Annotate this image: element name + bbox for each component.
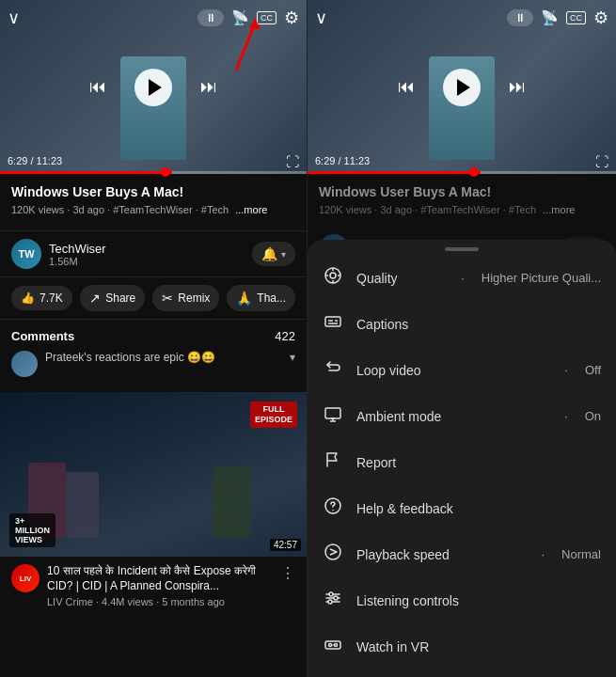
left-rec-badge: FULLEPISODE [250,401,297,428]
left-skip-forward-icon[interactable]: ⏭ [200,77,217,97]
right-pause-button[interactable]: ⏸ [507,9,533,26]
left-thanks-label: Tha... [257,291,286,305]
left-rec-video-text: 10 साल पहले के Incident को कैसे Expose क… [47,564,273,607]
left-comment-text: Prateek's reactions are epic 😀😀 [45,351,282,364]
left-settings-icon[interactable]: ⚙ [284,8,299,28]
right-chevron-down-icon[interactable]: ∨ [315,8,327,28]
left-fullscreen-icon[interactable]: ⛶ [286,154,299,169]
left-video-title: Windows User Buys A Mac! [11,183,295,200]
svg-point-24 [328,600,332,604]
left-share-button[interactable]: ↗ Share [80,285,145,311]
left-comments-header: Comments 422 [11,329,295,343]
left-subscribe-bell[interactable]: 🔔 ▾ [252,242,295,266]
left-bell-icon: 🔔 [261,246,277,261]
svg-point-22 [329,592,333,596]
right-more-link[interactable]: ...more [543,204,575,215]
settings-listening-icon [323,589,343,612]
left-channel-avatar: TW [11,239,41,269]
settings-loop-dot: · [564,363,568,377]
left-share-icon: ↗ [89,291,101,306]
settings-vr-label: Watch in VR [356,639,601,654]
left-rec-video-title: 10 साल पहले के Incident को कैसे Expose क… [47,564,273,593]
left-rec-thumb[interactable]: FULLEPISODE 3+MILLIONVIEWS 42:57 [0,392,307,557]
left-chevron-down-icon[interactable]: ∨ [8,8,20,28]
svg-rect-12 [325,408,340,418]
left-thanks-button[interactable]: 🙏 Tha... [227,285,295,311]
settings-item-ambient[interactable]: Ambient mode · On [308,393,616,439]
left-like-button[interactable]: 👍 7.7K [11,286,72,310]
left-progress-area[interactable] [0,171,307,174]
settings-captions-label: Captions [356,317,601,332]
settings-loop-label: Loop video [356,363,551,378]
svg-point-17 [332,510,334,512]
right-play-button[interactable] [443,69,481,106]
left-panel: ∨ ⏸ 📡 CC ⚙ ⏮ ⏭ 6: [0,0,308,677]
left-video-info: Windows User Buys A Mac! 120K views · 3d… [0,174,307,231]
settings-playback-dot: · [541,547,545,561]
left-rec-views-badge: 3+MILLIONVIEWS [9,513,55,547]
right-controls-bar: ⏮ ⏭ [308,69,616,106]
left-rec-duration: 42:57 [270,539,301,551]
left-time-display: 6:29 / 11:23 [8,155,62,166]
settings-item-vr[interactable]: Watch in VR [308,623,616,669]
settings-quality-dot: · [461,271,465,285]
left-more-link[interactable]: ...more [235,204,267,215]
settings-item-captions[interactable]: Captions [308,301,616,347]
svg-point-27 [335,644,338,647]
left-progress-fill [0,171,172,174]
red-arrow-indicator [208,14,264,80]
right-cast-icon[interactable]: 📡 [541,9,559,26]
svg-point-18 [325,544,340,559]
settings-quality-value: Higher Picture Quali... [482,271,601,285]
svg-point-23 [334,596,338,600]
settings-handle [445,247,479,251]
right-skip-back-icon[interactable]: ⏮ [398,77,415,97]
left-channel-subs: 1.56M [49,256,252,267]
svg-rect-8 [325,317,340,326]
right-fullscreen-icon[interactable]: ⛶ [595,154,608,169]
settings-item-help[interactable]: Help & feedback [308,485,616,531]
left-comment-chevron-icon[interactable]: ▾ [290,351,295,364]
left-rec-video-meta: LIV Crime · 4.4M views · 5 months ago [47,596,273,607]
left-skip-back-icon[interactable]: ⏮ [89,77,106,97]
right-settings-icon[interactable]: ⚙ [593,8,608,28]
settings-vr-icon [323,635,343,658]
left-dislike-button[interactable]: 👎 [72,286,73,310]
settings-ambient-icon [323,404,343,428]
settings-report-label: Report [356,455,601,470]
left-remix-label: Remix [178,291,210,305]
settings-captions-icon [323,312,343,336]
settings-item-loop[interactable]: Loop video · Off [308,347,616,393]
settings-quality-label: Quality [356,271,448,286]
settings-item-report[interactable]: Report [308,439,616,485]
left-play-button[interactable] [134,69,172,106]
settings-item-quality[interactable]: Quality · Higher Picture Quali... [308,255,616,301]
left-like-count: 7.7K [39,291,63,305]
right-captions-icon[interactable]: CC [566,11,586,24]
settings-report-icon [323,450,343,474]
left-video-player: ∨ ⏸ 📡 CC ⚙ ⏮ ⏭ 6: [0,0,307,174]
right-video-info: Windows User Buys A Mac! 120K views · 3d… [308,174,616,227]
left-bell-chevron-icon: ▾ [281,249,286,260]
right-top-bar: ∨ ⏸ 📡 CC ⚙ [308,8,616,28]
left-thumbup-icon: 👍 [21,291,35,305]
settings-item-playback[interactable]: Playback speed · Normal [308,531,616,577]
settings-loop-icon [323,358,343,382]
settings-listening-label: Listening controls [356,593,601,608]
left-comment-row: Prateek's reactions are epic 😀😀 ▾ [11,351,295,377]
left-rec-video-info: LIV 10 साल पहले के Incident को कैसे Expo… [0,557,307,615]
right-video-title: Windows User Buys A Mac! [319,183,605,200]
left-rec-channel-avatar: LIV [11,564,39,592]
left-progress-dot [161,167,170,177]
left-rec-more-icon[interactable]: ⋮ [280,564,295,582]
left-remix-button[interactable]: ✂ Remix [152,285,219,311]
settings-help-label: Help & feedback [356,501,601,516]
settings-playback-icon [323,543,343,566]
left-share-label: Share [105,291,135,305]
settings-loop-value: Off [585,363,601,377]
settings-item-listening[interactable]: Listening controls [308,577,616,623]
left-comments-count: 422 [275,329,295,343]
right-time-display: 6:29 / 11:23 [315,155,370,166]
right-skip-forward-icon[interactable]: ⏭ [509,77,526,97]
settings-help-icon [323,496,343,520]
